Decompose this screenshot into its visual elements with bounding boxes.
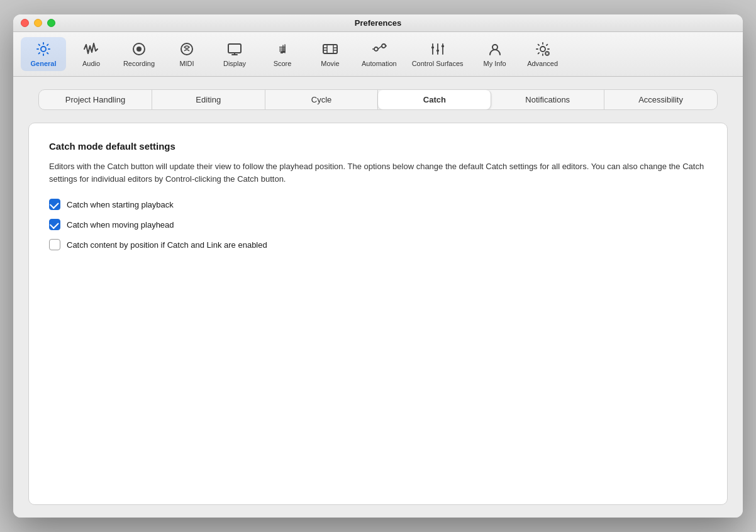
subtab-accessibility[interactable]: Accessibility: [604, 90, 717, 109]
toolbar-item-movie[interactable]: Movie: [308, 37, 353, 71]
svg-line-21: [378, 46, 382, 49]
checkbox-row-catch-content: Catch content by position if Catch and L…: [49, 239, 707, 250]
toolbar-item-score[interactable]: Score: [260, 37, 305, 71]
toolbar-item-control-surfaces[interactable]: Control Surfaces: [406, 37, 470, 71]
minimize-button[interactable]: [34, 19, 42, 27]
midi-icon: [179, 41, 195, 57]
toolbar-label-recording: Recording: [123, 60, 155, 67]
checkbox-catch-playback[interactable]: [49, 199, 60, 210]
close-button[interactable]: [21, 19, 29, 27]
subtab-project-handling[interactable]: Project Handling: [39, 90, 152, 109]
toolbar-item-recording[interactable]: Recording: [116, 37, 162, 71]
preferences-window: Preferences General Audio Recording: [13, 14, 743, 518]
toolbar-label-automation: Automation: [362, 60, 397, 67]
subtab-notifications[interactable]: Notifications: [491, 90, 604, 109]
svg-rect-28: [436, 50, 439, 52]
checkbox-row-catch-playback: Catch when starting playback: [49, 199, 707, 210]
toolbar-label-display: Display: [223, 60, 246, 67]
checkbox-label-catch-playback: Catch when starting playback: [67, 200, 174, 209]
maximize-button[interactable]: [47, 19, 55, 27]
panel-description: Editors with the Catch button will updat…: [49, 160, 707, 185]
toolbar-item-audio[interactable]: Audio: [69, 37, 114, 71]
toolbar-item-general[interactable]: General: [21, 37, 66, 71]
movie-icon: [322, 41, 338, 57]
svg-rect-27: [431, 47, 434, 48]
toolbar-label-my-info: My Info: [484, 60, 506, 67]
svg-point-30: [492, 45, 498, 50]
toolbar: General Audio Recording MIDI: [13, 32, 743, 77]
toolbar-label-audio: Audio: [82, 60, 100, 67]
main-content: Project Handling Editing Cycle Catch Not…: [13, 77, 743, 518]
advanced-icon: [535, 41, 551, 57]
toolbar-item-display[interactable]: Display: [212, 37, 257, 71]
automation-icon: [371, 41, 387, 57]
toolbar-label-advanced: Advanced: [527, 60, 558, 67]
score-icon: [274, 41, 291, 57]
toolbar-item-automation[interactable]: Automation: [355, 37, 403, 71]
svg-rect-29: [442, 45, 444, 47]
svg-point-31: [540, 47, 545, 52]
subtabs-bar: Project Handling Editing Cycle Catch Not…: [38, 89, 718, 110]
checkbox-label-catch-moving: Catch when moving playhead: [67, 220, 174, 230]
checkbox-catch-content[interactable]: [49, 239, 60, 250]
toolbar-item-advanced[interactable]: Advanced: [520, 37, 565, 71]
subtab-cycle[interactable]: Cycle: [265, 90, 379, 109]
toolbar-label-midi: MIDI: [179, 60, 194, 67]
svg-point-0: [41, 47, 46, 52]
toolbar-item-my-info[interactable]: My Info: [472, 37, 518, 71]
panel-title: Catch mode default settings: [49, 141, 707, 152]
my-info-icon: [487, 41, 503, 57]
svg-point-19: [374, 47, 378, 51]
gear-icon: [35, 41, 52, 57]
subtab-catch[interactable]: Catch: [378, 90, 491, 109]
toolbar-label-score: Score: [274, 60, 292, 67]
control-surfaces-icon: [430, 41, 446, 57]
svg-point-11: [282, 51, 286, 53]
subtab-editing[interactable]: Editing: [152, 90, 265, 109]
toolbar-label-control-surfaces: Control Surfaces: [412, 60, 464, 67]
titlebar: Preferences: [13, 14, 743, 32]
audio-icon: [83, 41, 99, 57]
toolbar-label-general: General: [31, 60, 57, 67]
svg-point-2: [136, 47, 142, 52]
checkbox-row-catch-moving: Catch when moving playhead: [49, 219, 707, 230]
toolbar-label-movie: Movie: [321, 60, 339, 67]
svg-rect-4: [228, 44, 241, 53]
settings-panel: Catch mode default settings Editors with…: [28, 123, 728, 505]
checkbox-label-catch-content: Catch content by position if Catch and L…: [67, 240, 267, 250]
recording-icon: [131, 41, 147, 57]
window-title: Preferences: [355, 18, 401, 28]
toolbar-item-midi[interactable]: MIDI: [164, 37, 209, 71]
svg-rect-12: [323, 45, 337, 53]
traffic-lights: [21, 19, 55, 27]
svg-point-3: [181, 43, 192, 55]
checkbox-catch-moving[interactable]: [49, 219, 60, 230]
display-icon: [226, 41, 243, 57]
svg-point-20: [382, 44, 386, 48]
